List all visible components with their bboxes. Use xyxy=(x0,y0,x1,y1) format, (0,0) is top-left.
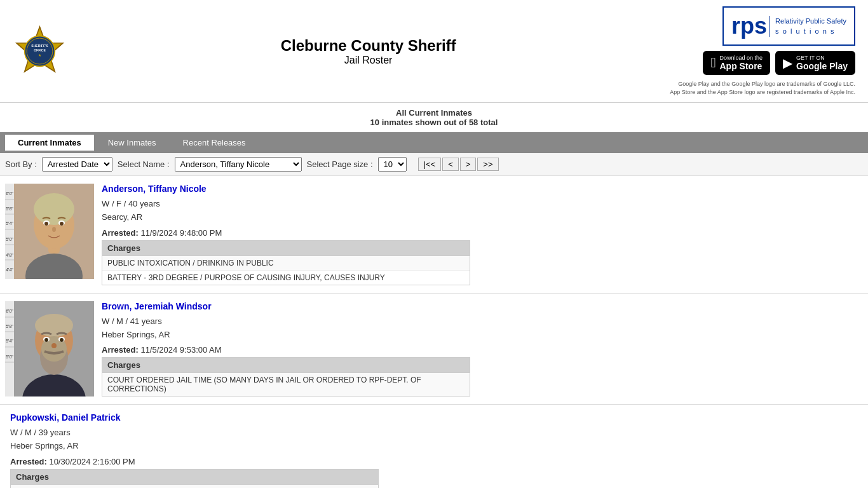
tab-new-inmates[interactable]: New Inmates xyxy=(95,135,169,151)
rps-text: rps xyxy=(731,13,767,39)
page-size-label: Select Page size : xyxy=(307,159,373,169)
inmate-demographics: W / F / 40 years Searcy, AR xyxy=(102,198,863,224)
charges-header: Charges xyxy=(102,241,470,256)
page-title-block: Cleburne County Sheriff Jail Roster xyxy=(281,37,456,66)
app-disclaimer: Google Play and the Google Play logo are… xyxy=(670,80,855,96)
inmate-info: Anderson, Tiffany Nicole W / F / 40 year… xyxy=(102,184,863,285)
sort-by-select[interactable]: Arrested Date Name xyxy=(42,157,112,172)
inmates-count-label: All Current Inmates xyxy=(5,108,863,118)
svg-text:5'4": 5'4" xyxy=(6,339,13,343)
svg-text:4'4": 4'4" xyxy=(6,268,13,272)
svg-point-26 xyxy=(44,222,48,226)
last-page-button[interactable]: >> xyxy=(477,158,498,171)
page-subtitle: Jail Roster xyxy=(281,55,456,66)
inmate-arrested: Arrested: 10/30/2024 2:16:00 PM xyxy=(10,457,863,466)
prev-page-button[interactable]: < xyxy=(442,158,459,171)
svg-text:SHERIFF'S: SHERIFF'S xyxy=(31,44,48,48)
svg-text:6'0": 6'0" xyxy=(6,309,13,313)
svg-point-48 xyxy=(44,338,48,342)
svg-text:OFFICE: OFFICE xyxy=(34,48,46,52)
google-play-button[interactable]: ▶ GET IT ON Google Play xyxy=(775,51,855,75)
rps-logo: rps Relativity Public Safetys o l u t i … xyxy=(722,6,855,46)
header-right: rps Relativity Public Safetys o l u t i … xyxy=(670,6,855,96)
page-title: Cleburne County Sheriff xyxy=(281,37,456,55)
inmate-info: Pupkowski, Daniel Patrick W / M / 39 yea… xyxy=(5,412,863,488)
info-bar: All Current Inmates 10 inmates shown out… xyxy=(0,103,868,132)
app-store-small-label: Download on the xyxy=(720,55,763,61)
svg-text:★: ★ xyxy=(38,53,41,57)
arrested-label: Arrested: xyxy=(10,457,47,466)
inmate-photo: 6'0" 5'8" 5'4" 5'0" xyxy=(5,301,94,396)
charges-table: Charges COURT ORDERED JAIL TIME (SO MANY… xyxy=(102,357,470,396)
google-play-big-label: Google Play xyxy=(796,61,848,71)
sort-by-label: Sort By : xyxy=(5,159,37,169)
google-play-small-label: GET IT ON xyxy=(796,55,848,61)
svg-text:6'0": 6'0" xyxy=(6,191,13,196)
app-store-big-label: App Store xyxy=(720,61,763,71)
svg-point-23 xyxy=(34,193,74,225)
pagination: |<< < > >> xyxy=(418,158,499,171)
inmate-name-link[interactable]: Pupkowski, Daniel Patrick xyxy=(10,412,121,423)
inmates-list: 6'0" 5'8" 5'4" 5'0" 4'8" 4'4" xyxy=(0,176,868,488)
charge-row: COURT ORDERED JAIL TIME (SO MANY DAYS IN… xyxy=(102,373,470,396)
svg-text:5'8": 5'8" xyxy=(6,324,13,329)
inmate-name-link[interactable]: Brown, Jeremiah Windsor xyxy=(102,301,212,311)
inmate-photo-image: 6'0" 5'8" 5'4" 5'0" xyxy=(5,301,94,396)
inmate-photo-image: 6'0" 5'8" 5'4" 5'0" 4'8" 4'4" xyxy=(5,184,94,279)
inmates-count-detail: 10 inmates shown out of 58 total xyxy=(5,118,863,127)
inmate-info: Brown, Jeremiah Windsor W / M / 41 years… xyxy=(102,301,863,397)
nav-tabs: Current Inmates New Inmates Recent Relea… xyxy=(0,132,868,153)
inmate-row: 6'0" 5'8" 5'4" 5'0" xyxy=(0,294,868,405)
svg-text:5'0": 5'0" xyxy=(6,355,13,359)
select-name-select[interactable]: Anderson, Tiffany Nicole Brown, Jeremiah… xyxy=(175,157,302,172)
apple-icon:  xyxy=(710,55,715,71)
inmate-name-link[interactable]: Anderson, Tiffany Nicole xyxy=(102,184,207,194)
inmate-row: Pupkowski, Daniel Patrick W / M / 39 yea… xyxy=(0,405,868,488)
arrested-label: Arrested: xyxy=(102,345,139,355)
charges-table: Charges PUBLIC INTOXICATION / DRINKING I… xyxy=(102,240,470,285)
page-size-select[interactable]: 10 25 50 xyxy=(378,157,407,172)
charge-row: BATTERY - 3RD DEGREE / PURPOSE OF CAUSIN… xyxy=(102,271,470,285)
svg-rect-30 xyxy=(5,301,14,396)
svg-point-28 xyxy=(52,227,56,232)
svg-rect-7 xyxy=(5,184,14,279)
controls-bar: Sort By : Arrested Date Name Select Name… xyxy=(0,153,868,176)
svg-text:4'8": 4'8" xyxy=(6,253,13,257)
charge-row: PUBLIC INTOXICATION / DRINKING IN PUBLIC xyxy=(102,256,470,271)
page-header: SHERIFF'S OFFICE ★ Cleburne County Sheri… xyxy=(0,0,868,103)
tab-current-inmates[interactable]: Current Inmates xyxy=(5,135,94,151)
svg-point-43 xyxy=(35,314,73,337)
svg-text:5'4": 5'4" xyxy=(6,221,13,226)
app-store-button[interactable]:  Download on the App Store xyxy=(703,51,770,75)
svg-text:5'0": 5'0" xyxy=(6,237,13,241)
charge-row: Sentenced to ADC/RPF/TVP xyxy=(11,485,378,488)
svg-point-50 xyxy=(51,343,57,348)
select-name-label: Select Name : xyxy=(118,159,170,169)
inmate-row: 6'0" 5'8" 5'4" 5'0" 4'8" 4'4" xyxy=(0,176,868,294)
svg-point-49 xyxy=(60,338,64,342)
first-page-button[interactable]: |<< xyxy=(418,158,442,171)
charges-header: Charges xyxy=(102,358,470,373)
arrested-label: Arrested: xyxy=(102,228,139,238)
svg-point-27 xyxy=(60,222,64,226)
app-buttons:  Download on the App Store ▶ GET IT ON … xyxy=(703,51,855,75)
charges-table: Charges Sentenced to ADC/RPF/TVP xyxy=(10,469,379,488)
rps-subtitle: Relativity Public Safetys o l u t i o n … xyxy=(770,16,846,37)
inmate-demographics: W / M / 41 years Heber Springs, AR xyxy=(102,315,863,342)
google-play-icon: ▶ xyxy=(783,55,792,71)
inmate-demographics: W / M / 39 years Heber Springs, AR xyxy=(10,426,863,453)
inmate-photo: 6'0" 5'8" 5'4" 5'0" 4'8" 4'4" xyxy=(5,184,94,279)
inmate-arrested: Arrested: 11/9/2024 9:48:00 PM xyxy=(102,228,863,238)
svg-text:5'8": 5'8" xyxy=(6,207,13,211)
inmate-arrested: Arrested: 11/5/2024 9:53:00 AM xyxy=(102,345,863,355)
charges-header: Charges xyxy=(11,470,378,485)
sheriff-badge: SHERIFF'S OFFICE ★ xyxy=(13,24,67,78)
tab-recent-releases[interactable]: Recent Releases xyxy=(170,135,259,151)
next-page-button[interactable]: > xyxy=(460,158,477,171)
